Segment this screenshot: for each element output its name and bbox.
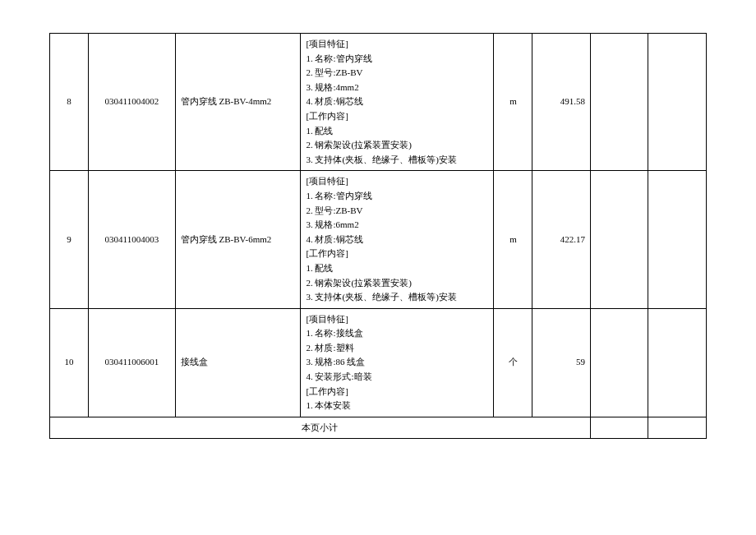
cell-empty (590, 308, 648, 417)
cell-seq: 10 (50, 308, 89, 417)
cell-empty (590, 34, 648, 171)
cell-unit: 个 (494, 308, 532, 417)
table-row: 10 030411006001 接线盒 [项目特征] 1. 名称:接线盒 2. … (50, 308, 707, 417)
subtotal-row: 本页小计 (50, 417, 707, 439)
cell-spec: [项目特征] 1. 名称:接线盒 2. 材质:塑料 3. 规格:86 线盒 4.… (301, 308, 494, 417)
cell-empty (648, 308, 707, 417)
table-row: 9 030411004003 管内穿线 ZB-BV-6mm2 [项目特征] 1.… (50, 171, 707, 308)
cell-code: 030411006001 (89, 308, 176, 417)
cell-seq: 9 (50, 171, 89, 308)
cell-seq: 8 (50, 34, 89, 171)
cell-empty (648, 34, 707, 171)
cell-empty (648, 171, 707, 308)
cell-spec: [项目特征] 1. 名称:管内穿线 2. 型号:ZB-BV 3. 规格:4mm2… (301, 34, 494, 171)
table-row: 8 030411004002 管内穿线 ZB-BV-4mm2 [项目特征] 1.… (50, 34, 707, 171)
cell-code: 030411004003 (89, 171, 176, 308)
cell-name: 接线盒 (175, 308, 301, 417)
cell-empty (648, 417, 707, 439)
cell-qty: 491.58 (532, 34, 591, 171)
cell-unit: m (494, 171, 532, 308)
cell-unit: m (494, 34, 532, 171)
cell-spec: [项目特征] 1. 名称:管内穿线 2. 型号:ZB-BV 3. 规格:6mm2… (301, 171, 494, 308)
subtotal-label: 本页小计 (50, 417, 591, 439)
bill-table: 8 030411004002 管内穿线 ZB-BV-4mm2 [项目特征] 1.… (49, 33, 707, 439)
cell-empty (590, 171, 648, 308)
cell-name: 管内穿线 ZB-BV-4mm2 (175, 34, 301, 171)
cell-qty: 422.17 (532, 171, 591, 308)
cell-empty (590, 417, 648, 439)
cell-name: 管内穿线 ZB-BV-6mm2 (175, 171, 301, 308)
cell-code: 030411004002 (89, 34, 176, 171)
cell-qty: 59 (532, 308, 591, 417)
